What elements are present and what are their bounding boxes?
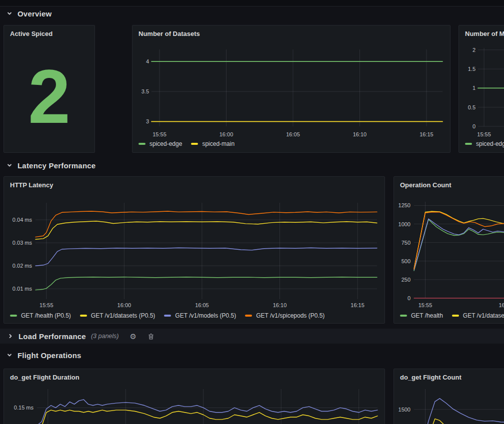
y-tick-label: 1: [472, 85, 476, 91]
chart-legend: spiced-edgespiced-main: [138, 140, 234, 147]
chart-legend: GET /healthGET /v1/datasets: [400, 312, 504, 319]
series-series-blue: [37, 400, 378, 424]
legend-series-dash: [465, 143, 472, 145]
y-tick-label: 0: [408, 295, 410, 301]
section-header-overview[interactable]: Overview: [6, 6, 52, 20]
flight-duration-chart[interactable]: 15:5516:0016:0516:1016:150.15 ms: [4, 369, 384, 424]
y-tick-label: 0: [472, 123, 476, 129]
panel-do-get-flight-count: do_get Flight Count 15:5516:0016:0516:10…: [394, 369, 504, 424]
series-GET /health: [414, 220, 504, 271]
series-series-yellow: [37, 410, 378, 424]
y-tick-label: 4: [146, 58, 149, 64]
legend-item[interactable]: GET /v1/datasets (P0.5): [80, 312, 156, 319]
panel-title[interactable]: Active Spiced: [4, 25, 94, 42]
chart-legend: spiced-edge: [465, 140, 504, 147]
y-tick-label: 0.01 ms: [12, 286, 32, 292]
stat-value: 2: [4, 40, 94, 152]
x-tick-label: 16:00: [220, 131, 234, 137]
legend-series-dash: [452, 315, 459, 317]
section-title: Overview: [18, 9, 52, 18]
panel-number-of-datasets: Number of Datasets 15:5516:0016:0516:101…: [132, 25, 450, 153]
x-tick-label: 16:05: [195, 302, 209, 308]
legend-item[interactable]: GET /v1/datasets: [452, 312, 504, 319]
legend-series-label: GET /health: [411, 312, 443, 319]
y-tick-label: 250: [402, 277, 410, 283]
series-GET /v1/datasets: [414, 211, 504, 268]
y-tick-label: 0.04 ms: [12, 217, 32, 223]
chevron-down-icon: [6, 162, 13, 169]
legend-series-dash: [80, 315, 87, 317]
y-tick-label: 1000: [398, 221, 410, 227]
y-tick-label: 3: [146, 118, 149, 124]
legend-item[interactable]: spiced-edge: [138, 140, 182, 147]
series-series-blue: [414, 399, 504, 424]
flight-count-chart[interactable]: 15:5516:0016:0516:1016:151500: [394, 369, 504, 424]
section-header-load-performance[interactable]: Load Performance (3 panels) ⚙: [0, 329, 504, 344]
y-tick-label: 500: [402, 258, 410, 264]
section-header-latency-performance[interactable]: Latency Performance: [6, 158, 96, 172]
datasets-chart[interactable]: 15:5516:0016:0516:1016:1533.54spiced-edg…: [132, 25, 450, 152]
http-latency-chart[interactable]: 15:5516:0016:0516:1016:150.01 ms0.02 ms0…: [4, 177, 384, 323]
panel-active-spiced: Active Spiced 2: [4, 25, 95, 153]
y-tick-label: 0.5: [468, 104, 476, 110]
operation-count-chart[interactable]: 15:5516:0016:0516:1016:15025050075010001…: [394, 177, 504, 323]
x-tick-label: 15:55: [418, 302, 432, 308]
y-tick-label: 0.15 ms: [14, 405, 34, 411]
chevron-down-icon: [6, 352, 13, 359]
legend-series-dash: [10, 315, 17, 317]
legend-item[interactable]: GET /health (P0.5): [10, 312, 71, 319]
y-tick-label: 750: [402, 240, 410, 246]
y-tick-label: 3.5: [142, 88, 149, 94]
x-tick-label: 15:55: [477, 131, 491, 137]
legend-series-dash: [191, 143, 198, 145]
legend-series-dash: [245, 315, 252, 317]
section-title: Flight Operations: [18, 351, 82, 360]
x-tick-label: 16:05: [286, 131, 300, 137]
y-tick-label: 1500: [398, 407, 410, 413]
panel-http-latency: HTTP Latency 15:5516:0016:0516:1016:150.…: [4, 176, 385, 324]
x-tick-label: 16:00: [118, 302, 132, 308]
legend-item[interactable]: GET /health: [400, 312, 443, 319]
y-tick-label: 1250: [398, 202, 410, 208]
gear-icon[interactable]: ⚙: [130, 333, 136, 340]
panel-operation-count: Operation Count 15:5516:0016:0516:1016:1…: [394, 176, 504, 324]
panel-do-get-flight-duration: do_get Flight Duration 15:5516:0016:0516…: [4, 369, 385, 424]
y-tick-label: 1.5: [468, 66, 476, 72]
legend-item[interactable]: GET /v1/spicepods (P0.5): [245, 312, 324, 319]
models-chart[interactable]: 15:5516:0016:0516:1016:1500.511.52spiced…: [459, 25, 504, 152]
legend-series-label: GET /v1/datasets (P0.5): [91, 312, 156, 319]
x-tick-label: 16:10: [273, 302, 287, 308]
x-tick-label: 15:55: [40, 302, 54, 308]
series-GET /v1/datasets (P0.5): [36, 221, 377, 239]
chevron-down-icon: [6, 10, 13, 17]
series-series-yellow: [414, 419, 504, 424]
x-tick-label: 16:10: [353, 131, 367, 137]
chart-legend: GET /health (P0.5)GET /v1/datasets (P0.5…: [10, 312, 324, 319]
grafana-dashboard: Overview Active Spiced 2 Number of Datas…: [0, 0, 504, 424]
x-tick-label: 15:55: [152, 131, 166, 137]
series-GET /health (P0.5): [36, 277, 377, 290]
trash-icon[interactable]: [148, 333, 154, 340]
series-GET /v1/models (P0.5): [36, 248, 377, 266]
legend-item[interactable]: GET /v1/models (P0.5): [164, 312, 236, 319]
legend-series-label: GET /health (P0.5): [21, 312, 71, 319]
panel-count-label: (3 panels): [91, 333, 119, 340]
section-title: Latency Performance: [18, 161, 96, 170]
legend-item[interactable]: spiced-edge: [465, 140, 504, 147]
section-title: Load Performance: [18, 332, 86, 341]
panel-number-of-models: Number of Models 15:5516:0016:0516:1016:…: [458, 25, 504, 153]
legend-series-dash: [164, 315, 171, 317]
legend-series-dash: [400, 315, 407, 317]
legend-item[interactable]: spiced-main: [191, 140, 234, 147]
legend-series-label: spiced-edge: [476, 140, 504, 147]
x-tick-label: 16:15: [420, 131, 434, 137]
legend-series-dash: [138, 143, 146, 145]
legend-series-label: GET /v1/models (P0.5): [175, 312, 236, 319]
x-tick-label: 16:15: [350, 302, 364, 308]
section-header-flight-operations[interactable]: Flight Operations: [6, 348, 82, 362]
x-tick-label: 16:00: [498, 302, 504, 308]
series-GET /v1/models: [414, 219, 504, 270]
legend-series-label: GET /v1/datasets: [463, 312, 504, 319]
y-tick-label: 2: [472, 47, 476, 53]
legend-series-label: GET /v1/spicepods (P0.5): [256, 312, 324, 319]
